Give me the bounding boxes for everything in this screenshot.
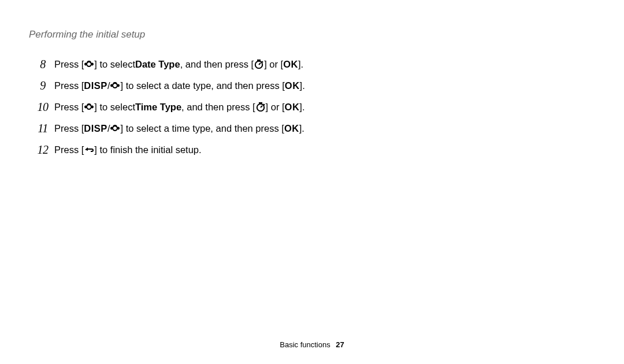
step-item: 11Press [DISP/] to select a time type, a…: [35, 121, 595, 136]
step-text: Press [] to finish the initial setup.: [54, 143, 202, 156]
step-item: 8Press [] to select Date Type, and then …: [35, 57, 595, 72]
footer-section: Basic functions: [280, 340, 330, 349]
step-number: 12: [35, 142, 51, 158]
macro-icon: [84, 102, 94, 112]
ok-label: OK: [285, 79, 300, 92]
step-text: Press [] to select Time Type, and then p…: [54, 101, 305, 113]
step-number: 10: [35, 99, 51, 115]
steps-list: 8Press [] to select Date Type, and then …: [29, 57, 595, 158]
step-text: Press [DISP/] to select a time type, and…: [54, 122, 304, 135]
step-number: 11: [35, 121, 51, 136]
page-title: Performing the initial setup: [29, 29, 595, 40]
step-item: 10Press [] to select Time Type, and then…: [35, 99, 595, 115]
self-timer-icon: [255, 102, 266, 112]
bold-term: Time Type: [135, 101, 181, 113]
step-text: Press [] to select Date Type, and then p…: [54, 58, 303, 70]
ok-label: OK: [285, 101, 300, 113]
disp-label: DISP: [84, 79, 107, 92]
macro-icon: [84, 60, 94, 69]
page-footer: Basic functions 27: [0, 340, 624, 349]
back-icon: [84, 145, 94, 154]
bold-term: Date Type: [135, 58, 180, 70]
step-number: 9: [35, 78, 51, 94]
step-item: 9Press [DISP/] to select a date type, an…: [35, 78, 595, 94]
step-text: Press [DISP/] to select a date type, and…: [54, 79, 305, 92]
self-timer-icon: [254, 60, 264, 69]
ok-label: OK: [284, 122, 299, 135]
footer-page-number: 27: [336, 340, 344, 349]
disp-label: DISP: [84, 122, 107, 135]
ok-label: OK: [283, 58, 298, 70]
macro-icon: [110, 81, 120, 90]
step-item: 12Press [] to finish the initial setup.: [35, 142, 595, 158]
macro-icon: [110, 124, 120, 133]
step-number: 8: [35, 57, 51, 72]
